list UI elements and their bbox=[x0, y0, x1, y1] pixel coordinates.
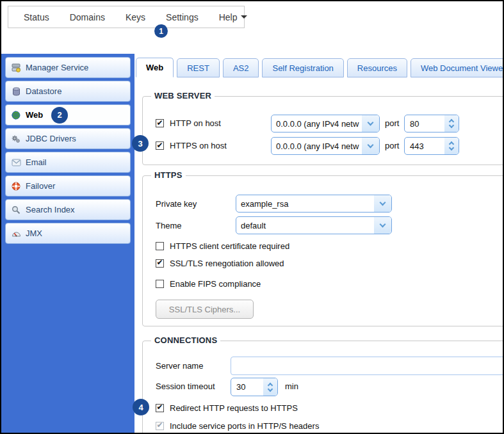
step-badge-3: 3 bbox=[132, 135, 149, 152]
redirect-http-checkbox[interactable] bbox=[156, 404, 164, 412]
https-legend: HTTPS bbox=[151, 170, 186, 180]
stepper-arrows-icon[interactable] bbox=[263, 378, 277, 396]
connections-legend: CONNECTIONS bbox=[151, 335, 220, 345]
redirect-http-row: Redirect HTTP requests to HTTPS bbox=[156, 403, 298, 413]
connections-section: CONNECTIONS Server name Session timeout … bbox=[142, 341, 504, 434]
http-port-value[interactable]: 80 bbox=[405, 115, 444, 132]
step-badge-2: 2 bbox=[51, 107, 68, 124]
https-host-select[interactable]: 0.0.0.0 (any IPv4 netw bbox=[271, 137, 380, 155]
sidebar-item-jmx[interactable]: JMX bbox=[5, 223, 131, 244]
sidebar-item-label: Web bbox=[26, 110, 43, 120]
tab-rest[interactable]: REST bbox=[177, 58, 220, 77]
sidebar-item-label: Search Index bbox=[26, 205, 75, 214]
settings-tab-bar: Web REST AS2 Self Registration Resources… bbox=[136, 58, 504, 77]
http-on-host-row: HTTP on host bbox=[156, 114, 221, 133]
menu-item-keys-label: Keys bbox=[126, 12, 145, 22]
https-on-host-row: HTTPS on host bbox=[156, 136, 227, 155]
stepper-arrows-icon[interactable] bbox=[444, 115, 459, 132]
menu-item-settings-label: Settings bbox=[166, 12, 199, 22]
include-service-ports-checkbox bbox=[156, 422, 164, 430]
ssl-renegotiation-checkbox[interactable] bbox=[156, 259, 164, 268]
sidebar-item-manager-service[interactable]: Manager Service bbox=[5, 57, 131, 78]
web-server-section: WEB SERVER HTTP on host 0.0.0.0 (any IPv… bbox=[142, 96, 504, 165]
session-timeout-stepper[interactable]: 30 bbox=[231, 378, 278, 396]
https-port-value[interactable]: 443 bbox=[405, 138, 444, 154]
sidebar-item-label: Manager Service bbox=[26, 63, 88, 72]
magnifier-icon bbox=[11, 205, 21, 215]
admin-settings-page: { "menubar": { "items": [ { "label": "St… bbox=[0, 0, 504, 434]
tab-web[interactable]: Web bbox=[136, 58, 174, 77]
private-key-value: example_rsa bbox=[236, 195, 374, 212]
http-port-label: port bbox=[385, 118, 399, 128]
client-cert-required-label: HTTPS client certificate required bbox=[170, 241, 289, 251]
sidebar-item-web[interactable]: Web 2 bbox=[5, 104, 131, 125]
sidebar-item-label: Datastore bbox=[26, 86, 61, 96]
http-on-host-checkbox[interactable] bbox=[156, 119, 164, 127]
database-icon bbox=[11, 86, 21, 97]
session-timeout-label: Session timeout bbox=[156, 382, 215, 391]
gears-icon bbox=[11, 134, 21, 144]
redirect-http-label: Redirect HTTP requests to HTTPS bbox=[170, 403, 298, 413]
globe-icon bbox=[11, 110, 21, 120]
chevron-down-icon[interactable] bbox=[374, 195, 391, 212]
chevron-down-icon bbox=[241, 15, 247, 19]
https-on-host-label: HTTPS on host bbox=[170, 141, 227, 150]
server-name-input[interactable] bbox=[231, 357, 504, 375]
sidebar-item-failover[interactable]: Failover bbox=[5, 175, 131, 197]
session-timeout-value[interactable]: 30 bbox=[231, 378, 263, 396]
sidebar-item-label: JDBC Drivers bbox=[26, 134, 76, 143]
ssl-renegotiation-label: SSL/TLS renegotiation allowed bbox=[170, 259, 284, 268]
tab-web-document-viewer[interactable]: Web Document Viewer bbox=[411, 58, 504, 77]
http-host-value: 0.0.0.0 (any IPv4 netw bbox=[272, 115, 362, 132]
tab-as2[interactable]: AS2 bbox=[223, 58, 259, 77]
theme-value: default bbox=[236, 217, 374, 234]
sidebar-item-label: Failover bbox=[26, 181, 55, 191]
chevron-down-icon[interactable] bbox=[362, 115, 379, 132]
private-key-label: Private key bbox=[156, 199, 197, 209]
sidebar-item-datastore[interactable]: Datastore bbox=[5, 81, 131, 102]
web-server-legend: WEB SERVER bbox=[151, 91, 215, 100]
chevron-down-icon[interactable] bbox=[374, 217, 391, 234]
theme-label: Theme bbox=[156, 221, 181, 230]
menu-item-keys[interactable]: Keys bbox=[126, 12, 145, 22]
tab-self-registration[interactable]: Self Registration bbox=[262, 58, 343, 77]
chevron-down-icon[interactable] bbox=[362, 138, 379, 154]
sidebar-item-email[interactable]: Email bbox=[5, 152, 131, 173]
life-ring-icon bbox=[11, 181, 21, 191]
private-key-select[interactable]: example_rsa bbox=[236, 195, 392, 213]
stepper-arrows-icon[interactable] bbox=[444, 138, 459, 154]
https-section: HTTPS Private key example_rsa Theme defa… bbox=[142, 175, 504, 326]
envelope-icon bbox=[11, 157, 21, 168]
sidebar-item-label: Email bbox=[26, 157, 47, 167]
server-name-label: Server name bbox=[156, 361, 203, 371]
fips-compliance-label: Enable FIPS compliance bbox=[170, 279, 261, 289]
menu-item-settings[interactable]: Settings bbox=[166, 12, 199, 22]
session-timeout-unit: min bbox=[285, 382, 298, 391]
gauge-icon bbox=[11, 229, 21, 239]
sidebar-item-search-index[interactable]: Search Index bbox=[5, 199, 131, 220]
http-host-select[interactable]: 0.0.0.0 (any IPv4 netw bbox=[271, 115, 380, 133]
fips-compliance-checkbox[interactable] bbox=[156, 280, 164, 288]
tab-resources[interactable]: Resources bbox=[347, 58, 407, 77]
step-badge-1: 1 bbox=[154, 24, 168, 38]
https-host-value: 0.0.0.0 (any IPv4 netw bbox=[272, 138, 362, 154]
http-on-host-label: HTTP on host bbox=[170, 118, 221, 128]
menu-item-status[interactable]: Status bbox=[24, 12, 49, 22]
include-service-ports-label: Include service ports in HTTP/S headers bbox=[170, 421, 319, 431]
https-port-stepper[interactable]: 443 bbox=[404, 137, 459, 155]
client-cert-required-checkbox[interactable] bbox=[156, 242, 164, 250]
settings-sidebar: Manager Service Datastore Web 2 JDBC Dri… bbox=[1, 54, 134, 434]
server-icon bbox=[11, 63, 21, 73]
theme-select[interactable]: default bbox=[236, 216, 392, 234]
https-on-host-checkbox[interactable] bbox=[156, 141, 164, 150]
menu-item-help[interactable]: Help bbox=[219, 12, 248, 22]
include-service-ports-row: Include service ports in HTTP/S headers bbox=[156, 421, 319, 431]
ssl-renegotiation-row: SSL/TLS renegotiation allowed bbox=[156, 258, 284, 268]
top-menubar: Status Domains Keys Settings Help bbox=[8, 6, 245, 28]
https-port-label: port bbox=[385, 141, 399, 150]
http-port-stepper[interactable]: 80 bbox=[404, 115, 459, 133]
sidebar-item-jdbc-drivers[interactable]: JDBC Drivers bbox=[5, 128, 131, 149]
ssl-tls-ciphers-button[interactable]: SSL/TLS Ciphers... bbox=[156, 300, 254, 319]
menu-item-help-label: Help bbox=[219, 12, 238, 22]
menu-item-domains[interactable]: Domains bbox=[70, 12, 105, 22]
